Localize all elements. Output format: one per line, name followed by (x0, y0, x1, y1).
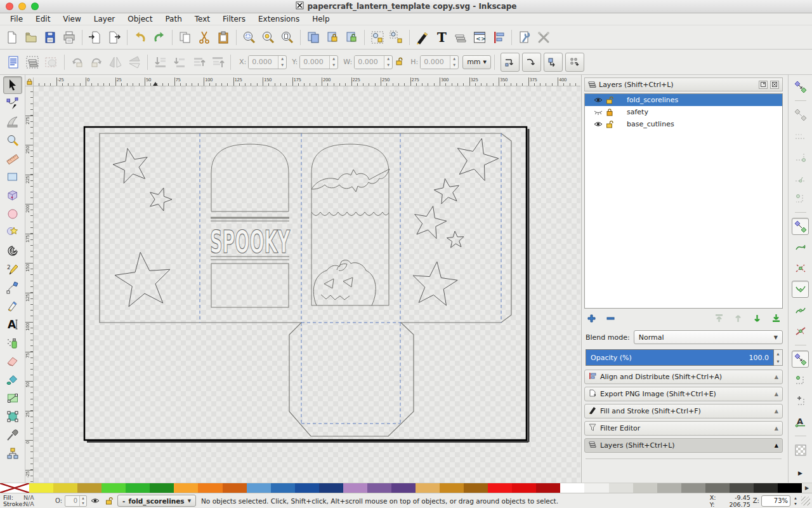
tool-ellipse[interactable] (3, 205, 22, 223)
layer-lock-icon[interactable] (604, 96, 615, 104)
color-swatch-18[interactable] (464, 483, 488, 493)
color-swatch-15[interactable] (391, 483, 416, 493)
menu-extensions[interactable]: Extensions (252, 14, 306, 25)
swatch-none[interactable] (0, 483, 29, 493)
ruler-corner-lock[interactable] (25, 77, 34, 86)
menu-help[interactable]: Help (306, 14, 336, 25)
color-swatch-1[interactable] (53, 483, 77, 493)
layer-visibility-icon[interactable] (593, 121, 604, 128)
transform-gradient-toggle[interactable] (544, 53, 563, 72)
menu-filters[interactable]: Filters (216, 14, 252, 25)
close-panel-button[interactable] (770, 81, 779, 89)
snap-object-centers-button[interactable] (792, 371, 809, 389)
flip-vertical-button[interactable] (125, 53, 144, 72)
layer-row-base_cutlines[interactable]: base_cutlines (585, 118, 782, 130)
zoom-spinner[interactable]: ▲▼ (792, 495, 799, 507)
dock-header-export[interactable]: Export PNG Image (Shift+Ctrl+E)▲ (584, 387, 783, 401)
new-document-button[interactable] (3, 28, 22, 47)
tool-node-editor[interactable] (3, 95, 22, 112)
snap-bbox-centers-button[interactable] (792, 190, 809, 207)
tool-rectangle[interactable] (3, 168, 22, 186)
color-swatch-25[interactable] (633, 483, 657, 493)
snap-paths-button[interactable] (792, 239, 809, 256)
fill-stroke-indicator[interactable]: Fill:N/A Stroke:N/A (3, 495, 49, 507)
dock-header-align[interactable]: Align and Distribute (Shift+Ctrl+A)▲ (584, 370, 783, 384)
lower-button[interactable] (170, 53, 189, 72)
snapbar-overflow-arrow[interactable]: ▶ (798, 470, 802, 476)
rotate-ccw-button[interactable] (68, 53, 87, 72)
color-swatch-12[interactable] (319, 483, 343, 493)
lower-to-bottom-button[interactable] (151, 53, 170, 72)
inkscape-preferences-button[interactable] (515, 28, 534, 47)
tool-mesh-gradient[interactable] (3, 408, 22, 425)
color-swatch-0[interactable] (29, 483, 53, 493)
lower-layer-to-bottom-button[interactable] (769, 312, 783, 324)
snap-page-border-button[interactable] (792, 441, 809, 458)
group-button[interactable] (368, 28, 387, 47)
undo-button[interactable] (131, 28, 150, 47)
deselect-button[interactable] (42, 53, 61, 72)
raise-layer-to-top-button[interactable] (712, 312, 726, 324)
color-swatch-31[interactable] (778, 483, 802, 493)
color-swatch-13[interactable] (343, 483, 367, 493)
duplicate-button[interactable] (304, 28, 323, 47)
lock-ratio-icon[interactable] (395, 57, 403, 67)
tool-zoom[interactable] (3, 131, 22, 149)
minimize-window-button[interactable] (18, 3, 26, 10)
opacity-spinner[interactable]: ▲▼ (774, 349, 783, 366)
layers-panel-header[interactable]: Layers (Shift+Ctrl+L) (584, 77, 783, 91)
h-input[interactable]: 0.000▲▼ (420, 55, 459, 69)
tool-measure[interactable] (3, 150, 22, 168)
lantern-template[interactable]: SPOOKY (100, 133, 511, 436)
zoom-page-button[interactable] (278, 28, 297, 47)
menu-edit[interactable]: Edit (29, 14, 56, 25)
dock-header-fill-stroke[interactable]: Fill and Stroke (Shift+Ctrl+F)▲ (584, 404, 783, 418)
print-button[interactable] (60, 28, 79, 47)
raise-layer-button[interactable] (731, 312, 745, 324)
save-document-button[interactable] (41, 28, 60, 47)
layers-dialog-button[interactable] (451, 28, 470, 47)
tool-paint-bucket[interactable] (3, 371, 22, 389)
xml-editor-button[interactable]: <> (470, 28, 489, 47)
color-swatch-21[interactable] (536, 483, 560, 493)
color-swatch-27[interactable] (681, 483, 705, 493)
snap-nodes-category-button[interactable] (792, 218, 809, 235)
dock-header-filter[interactable]: Filter Editor▲ (584, 421, 783, 436)
layer-lock-icon[interactable] (604, 120, 615, 128)
color-swatch-23[interactable] (584, 483, 608, 493)
object-opacity-input[interactable]: 0▲▼ (65, 495, 87, 507)
color-swatch-20[interactable] (512, 483, 536, 493)
tool-gradient[interactable] (3, 389, 22, 407)
rotate-cw-button[interactable] (87, 53, 106, 72)
color-swatch-2[interactable] (77, 483, 102, 493)
maximize-window-button[interactable] (31, 3, 39, 10)
align-dialog-button[interactable] (489, 28, 508, 47)
layer-lock-icon[interactable] (604, 108, 615, 116)
tool-pencil[interactable]: 2 (3, 260, 22, 278)
color-swatch-4[interactable] (126, 483, 150, 493)
snap-text-baseline-button[interactable]: A (792, 413, 809, 431)
lower-layer-button[interactable] (750, 312, 764, 324)
remove-layer-button[interactable] (603, 312, 617, 324)
tool-text[interactable]: A (3, 316, 22, 333)
layer-visibility-icon[interactable] (593, 97, 604, 104)
color-swatch-14[interactable] (367, 483, 391, 493)
flip-horizontal-button[interactable] (106, 53, 125, 72)
transform-corners-toggle[interactable] (522, 53, 541, 72)
iconify-panel-button[interactable] (759, 81, 768, 89)
horizontal-ruler[interactable]: -250255075100125150175200225250275300325… (34, 77, 580, 86)
color-swatch-28[interactable] (705, 483, 730, 493)
canvas[interactable]: SPOOKY (34, 86, 580, 483)
menu-text[interactable]: Text (188, 14, 216, 25)
color-swatch-26[interactable] (657, 483, 681, 493)
export-button[interactable] (105, 28, 124, 47)
open-document-button[interactable] (22, 28, 41, 47)
document-properties-button[interactable] (534, 28, 553, 47)
tool-spray[interactable] (3, 334, 22, 352)
snap-bbox-button[interactable] (792, 106, 809, 123)
dock-header-layers[interactable]: Layers (Shift+Ctrl+L)▲ (584, 438, 783, 453)
x-input[interactable]: 0.000▲▼ (248, 55, 287, 69)
menu-file[interactable]: File (4, 14, 29, 25)
copy-button[interactable] (176, 28, 195, 47)
cut-button[interactable] (195, 28, 214, 47)
